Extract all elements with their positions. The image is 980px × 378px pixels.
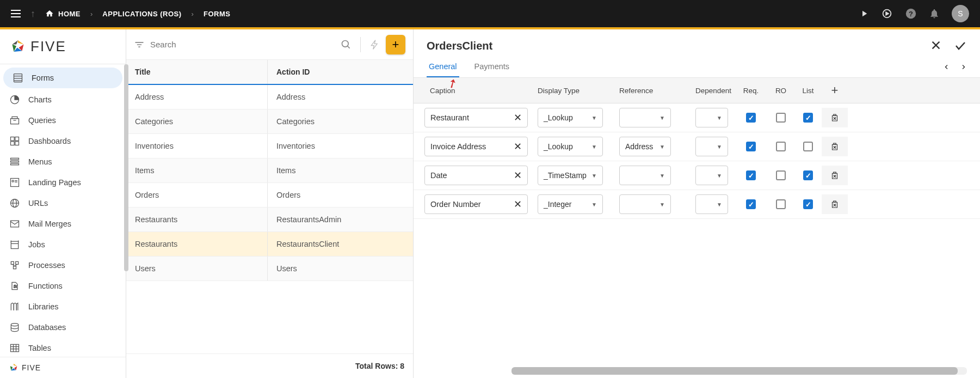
sidebar-item-charts[interactable]: Charts [0, 89, 126, 110]
list-checkbox[interactable] [803, 113, 813, 123]
cell-title: Items [126, 158, 268, 182]
dependent-select[interactable]: ▼ [695, 137, 728, 156]
display-type-select[interactable]: _Lookup▼ [538, 137, 603, 156]
list-checkbox[interactable] [803, 170, 813, 180]
req-checkbox[interactable] [746, 113, 756, 123]
list-row[interactable]: OrdersOrders [126, 183, 413, 208]
clear-icon[interactable]: ✕ [514, 112, 522, 124]
user-avatar[interactable]: S [952, 5, 969, 22]
debug-icon[interactable] [881, 8, 893, 20]
clear-icon[interactable]: ✕ [514, 198, 522, 210]
bolt-icon[interactable] [369, 38, 380, 51]
req-checkbox[interactable] [746, 170, 756, 180]
tab-payments[interactable]: Payments [472, 57, 511, 77]
req-checkbox[interactable] [746, 142, 756, 151]
sidebar-scrollbar[interactable] [124, 64, 128, 271]
up-arrow-icon[interactable]: ↑ [30, 8, 35, 20]
hamburger-menu-icon[interactable] [11, 10, 21, 17]
list-checkbox[interactable] [803, 142, 813, 151]
col-ro: RO [767, 87, 794, 95]
ro-checkbox[interactable] [776, 113, 786, 123]
breadcrumb-home[interactable]: HOME [45, 9, 81, 18]
sidebar-item-libraries[interactable]: Libraries [0, 296, 126, 317]
list-row[interactable]: CategoriesCategories [126, 109, 413, 134]
cell-title: Restaurants [126, 208, 268, 231]
nav-label: Jobs [28, 240, 45, 249]
nav-icon [9, 218, 21, 230]
tab-general[interactable]: General [427, 57, 459, 77]
sidebar-item-jobs[interactable]: Jobs [0, 234, 126, 255]
ro-checkbox[interactable] [776, 142, 786, 151]
req-checkbox[interactable] [746, 199, 756, 209]
breadcrumb-forms[interactable]: FORMS [204, 10, 230, 18]
list-row[interactable]: AddressAddress [126, 85, 413, 109]
bell-icon[interactable] [929, 8, 940, 19]
sidebar-item-queries[interactable]: Queries [0, 110, 126, 131]
help-icon[interactable]: ? [905, 8, 917, 20]
sidebar-item-forms[interactable]: Forms [3, 68, 122, 88]
horizontal-scrollbar[interactable] [511, 367, 967, 375]
sidebar-item-landing-pages[interactable]: Landing Pages [0, 172, 126, 193]
footer-logo-text: FIVE [22, 363, 41, 372]
add-button[interactable]: + [386, 35, 405, 54]
add-field-button[interactable]: + [822, 83, 848, 97]
header-title[interactable]: Title [126, 60, 268, 84]
filter-icon[interactable] [134, 39, 145, 50]
delete-field-button[interactable] [822, 166, 848, 185]
prev-tab-icon[interactable] [943, 64, 950, 70]
sidebar-item-tables[interactable]: Tables [0, 338, 126, 357]
delete-field-button[interactable] [822, 194, 848, 214]
reference-select[interactable]: ▼ [619, 166, 671, 185]
reference-select[interactable]: ▼ [619, 108, 671, 127]
close-icon[interactable] [930, 39, 942, 52]
delete-field-button[interactable] [822, 137, 848, 156]
check-icon[interactable] [954, 39, 967, 52]
ro-checkbox[interactable] [776, 170, 786, 180]
list-row[interactable]: InventoriesInventories [126, 134, 413, 158]
list-row[interactable]: UsersUsers [126, 257, 413, 281]
sidebar-footer-logo: FIVE [0, 357, 126, 378]
sidebar-item-urls[interactable]: URLs [0, 193, 126, 214]
col-display-type: Display Type [533, 87, 615, 95]
dependent-select[interactable]: ▼ [695, 166, 728, 185]
fields-body: Restaurant✕_Lookup▼▼▼Invoice Address✕_Lo… [414, 103, 980, 219]
caption-input[interactable]: Restaurant✕ [424, 108, 528, 127]
sidebar-item-mail-merges[interactable]: Mail Merges [0, 214, 126, 234]
play-icon[interactable] [859, 9, 869, 19]
breadcrumb-app[interactable]: APPLICATIONS (ROS) [102, 10, 181, 18]
reference-select[interactable]: Address▼ [619, 137, 671, 156]
display-type-select[interactable]: _Integer▼ [538, 194, 603, 214]
dependent-select[interactable]: ▼ [695, 108, 728, 127]
list-row[interactable]: ItemsItems [126, 158, 413, 183]
delete-field-button[interactable] [822, 108, 848, 127]
fields-header: Caption Display Type Reference Dependent… [414, 78, 980, 103]
caption-input[interactable]: Date✕ [424, 166, 528, 185]
sidebar-item-menus[interactable]: Menus [0, 151, 126, 172]
svg-rect-16 [11, 161, 19, 162]
sidebar-item-processes[interactable]: Processes [0, 255, 126, 276]
clear-icon[interactable]: ✕ [514, 169, 522, 181]
sidebar-item-databases[interactable]: Databases [0, 317, 126, 338]
search-icon[interactable] [341, 39, 352, 50]
search-input[interactable] [150, 40, 335, 49]
clear-icon[interactable]: ✕ [514, 141, 522, 153]
svg-point-19 [12, 180, 14, 182]
list-row[interactable]: RestaurantsRestaurantsAdmin [126, 208, 413, 232]
caption-input[interactable]: Order Number✕ [424, 194, 528, 214]
reference-select[interactable]: ▼ [619, 194, 671, 214]
nav-label: Landing Pages [28, 178, 81, 187]
ro-checkbox[interactable] [776, 199, 786, 209]
list-row[interactable]: RestaurantsRestaurantsClient [126, 232, 413, 257]
header-action-id[interactable]: Action ID [268, 60, 413, 84]
list-header: Title Action ID [126, 60, 413, 85]
sidebar-item-functions[interactable]: fxFunctions [0, 276, 126, 296]
display-type-select[interactable]: _Lookup▼ [538, 108, 603, 127]
cell-title: Inventories [126, 134, 268, 158]
caption-input[interactable]: Invoice Address✕ [424, 137, 528, 156]
sidebar-item-dashboards[interactable]: Dashboards [0, 131, 126, 151]
nav-label: Mail Merges [28, 220, 71, 228]
dependent-select[interactable]: ▼ [695, 194, 728, 214]
list-checkbox[interactable] [803, 199, 813, 209]
display-type-select[interactable]: _TimeStamp▼ [538, 166, 603, 185]
next-tab-icon[interactable] [960, 64, 967, 70]
